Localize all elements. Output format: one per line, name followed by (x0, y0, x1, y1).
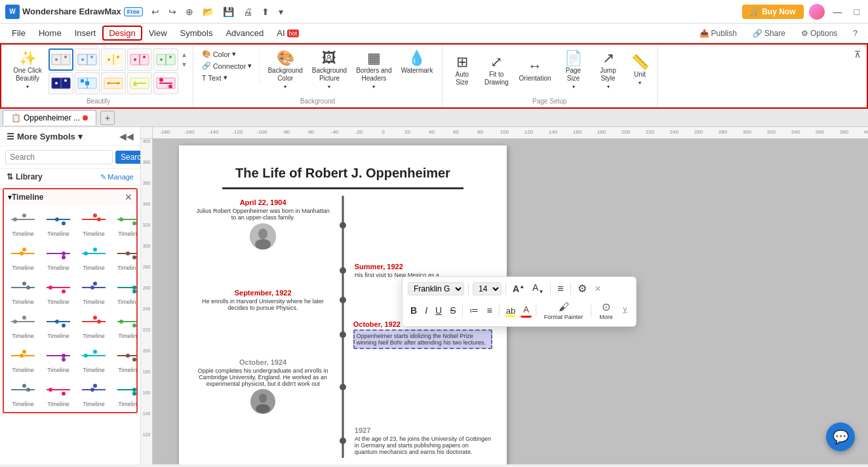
undo-button[interactable]: ↩ (148, 5, 163, 19)
watermark-button[interactable]: 💧 Watermark (397, 48, 437, 77)
symbol-item-11[interactable]: Timelin... (113, 276, 136, 307)
beautify-style-9[interactable] (127, 72, 152, 94)
search-input[interactable] (5, 150, 113, 164)
user-avatar[interactable] (809, 4, 825, 20)
help-button[interactable]: ? (848, 27, 863, 40)
symbol-item-18[interactable]: Timeline (77, 344, 110, 375)
unordered-list-button[interactable]: ≡ (484, 304, 494, 317)
export-button[interactable]: ⬆ (258, 5, 273, 19)
symbol-item-3[interactable]: Timeline (113, 208, 136, 239)
maximize-button[interactable]: □ (851, 5, 863, 19)
more-format-button[interactable]: ⊙ More (595, 299, 617, 322)
print-button[interactable]: 🖨 (240, 5, 256, 19)
underline-button[interactable]: U (433, 304, 444, 317)
save-button[interactable]: 💾 (220, 5, 237, 19)
symbol-item-22[interactable]: Timeline (77, 378, 110, 409)
menu-insert[interactable]: Insert (68, 26, 103, 41)
beautify-style-5[interactable] (153, 48, 178, 71)
ft-close-button[interactable]: ✕ (592, 283, 604, 295)
menu-advanced[interactable]: Advanced (219, 26, 270, 41)
symbol-item-6[interactable]: Timeline (77, 242, 110, 273)
borders-headers-button[interactable]: ▦ Borders andHeaders ▾ (352, 48, 395, 92)
beautify-style-6[interactable] (49, 72, 73, 94)
symbol-item-8[interactable]: Timeline (7, 276, 39, 307)
background-color-button[interactable]: 🎨 BackgroundColor ▾ (264, 48, 306, 92)
symbol-item-20[interactable]: Timeline (7, 378, 39, 409)
orientation-button[interactable]: ↔ Orientation (515, 48, 555, 92)
expand-up-icon[interactable]: ▲ (180, 50, 189, 60)
strikethrough-button[interactable]: S (447, 304, 458, 317)
symbol-item-9[interactable]: Timeline (42, 276, 75, 307)
unit-button[interactable]: 📏 Unit ▾ (627, 48, 653, 92)
menu-file[interactable]: File (5, 26, 32, 41)
symbol-item-2[interactable]: Timeline (77, 208, 110, 239)
symbol-item-15[interactable]: Timeline (113, 310, 136, 341)
symbol-item-5[interactable]: Timeline (42, 242, 75, 273)
color-button[interactable]: 🎨 Color ▾ (199, 48, 256, 60)
symbol-item-19[interactable]: Timeline (113, 344, 136, 375)
page-size-button[interactable]: 📄 PageSize ▾ (558, 48, 589, 92)
beautify-style-4[interactable] (127, 48, 152, 71)
symbol-item-10[interactable]: Timeline (77, 276, 110, 307)
fit-to-drawing-button[interactable]: ⤢ Fit toDrawing (481, 48, 513, 92)
add-tab-button[interactable]: + (100, 111, 115, 125)
bold-button[interactable]: B (408, 304, 420, 317)
increase-font-button[interactable]: A▲ (510, 282, 527, 295)
symbol-item-0[interactable]: Timeline (7, 208, 39, 239)
search-button[interactable]: Search (115, 151, 141, 164)
tab-oppenheimer[interactable]: 📋 Oppenheimer ... (3, 110, 96, 125)
new-button[interactable]: ⊕ (182, 5, 197, 19)
options-button[interactable]: ⚙ Options (796, 27, 842, 40)
align-button[interactable]: ≡ (555, 282, 566, 296)
symbol-item-21[interactable]: Timeline (42, 378, 75, 409)
font-family-select[interactable]: Franklin G (408, 282, 464, 295)
symbol-item-7[interactable]: Timelin... (113, 242, 136, 273)
symbol-item-17[interactable]: Timeline (42, 344, 75, 375)
highlight-button[interactable]: ab (503, 305, 518, 317)
italic-button[interactable]: I (422, 304, 430, 317)
jump-style-button[interactable]: ↗ JumpStyle ▾ (592, 48, 625, 92)
ft-expand-button[interactable]: ⊻ (620, 305, 631, 316)
font-color-button[interactable]: A (521, 303, 532, 318)
symbol-item-1[interactable]: Timeline (42, 208, 75, 239)
canvas[interactable]: The Life of Robert J. Oppenheimer April … (153, 139, 868, 464)
beautify-style-7[interactable] (75, 72, 100, 94)
open-button[interactable]: 📂 (199, 5, 217, 19)
menu-ai[interactable]: AI hot (270, 26, 306, 41)
one-click-beautify-button[interactable]: ✨ One ClickBeautify ▾ (8, 48, 47, 92)
share-button[interactable]: 🔗 Share (747, 27, 791, 40)
connector-button[interactable]: 🔗 Connector ▾ (199, 60, 256, 71)
symbol-item-4[interactable]: Timeline (7, 242, 39, 273)
menu-design[interactable]: Design (102, 26, 142, 41)
buy-now-button[interactable]: 🛒 Buy Now (742, 5, 804, 19)
menu-home[interactable]: Home (32, 26, 68, 41)
manage-button[interactable]: ✎ Manage (100, 173, 134, 181)
format-more-options-button[interactable]: ⚙ (575, 281, 589, 296)
format-painter-button[interactable]: 🖌 Format Painter (540, 299, 587, 322)
chat-bubble[interactable]: 💬 (826, 422, 855, 451)
ordered-list-button[interactable]: ≔ (467, 304, 481, 317)
beautify-style-10[interactable] (153, 72, 178, 94)
decrease-font-button[interactable]: A▼ (530, 281, 546, 296)
beautify-style-8[interactable] (101, 72, 126, 94)
expand-down-icon[interactable]: ▼ (180, 60, 189, 69)
redo-button[interactable]: ↪ (165, 5, 180, 19)
auto-size-button[interactable]: ⊞ AutoSize (446, 48, 478, 92)
menu-view[interactable]: View (142, 26, 174, 41)
symbol-item-12[interactable]: Timeline (7, 310, 39, 341)
symbol-item-13[interactable]: Timeline (42, 310, 75, 341)
beautify-style-2[interactable] (75, 48, 100, 71)
sidebar-collapse-button[interactable]: ◀◀ (119, 131, 134, 141)
timeline-close-button[interactable]: ✕ (125, 192, 132, 202)
minimize-button[interactable]: — (830, 5, 846, 19)
background-picture-button[interactable]: 🖼 BackgroundPicture ▾ (308, 48, 351, 92)
font-size-select[interactable]: 14 (473, 282, 502, 295)
symbol-item-14[interactable]: Timeline (77, 310, 110, 341)
menu-symbols[interactable]: Symbols (174, 26, 220, 41)
beautify-style-1[interactable] (49, 48, 73, 71)
symbol-item-16[interactable]: Timeline (7, 344, 39, 375)
more-title-button[interactable]: ▾ (275, 5, 286, 19)
publish-button[interactable]: 📤 Publish (694, 27, 742, 40)
text-button[interactable]: T Text ▾ (199, 72, 256, 83)
ribbon-collapse-button[interactable]: ⊼ (851, 47, 864, 62)
